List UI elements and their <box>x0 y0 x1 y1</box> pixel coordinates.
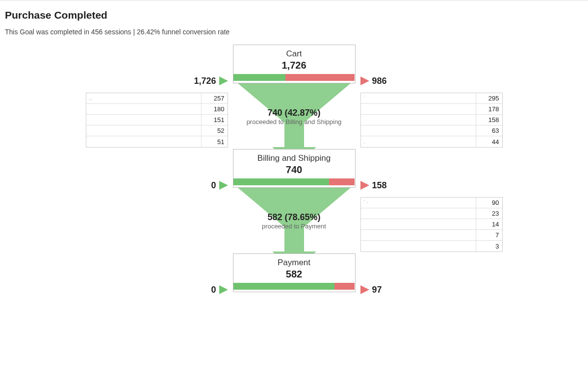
table-row[interactable]: ..257 <box>86 93 228 104</box>
arrow-out-icon <box>360 181 369 190</box>
outflow-value: 986 <box>372 76 387 86</box>
arrow-in-icon <box>219 285 228 294</box>
progress-bar <box>233 74 355 81</box>
funnel-step-cart: 1,726 ..257 180 151 52 51 Cart 1,726 740… <box>5 45 583 149</box>
stage-total: 1,726 <box>233 60 355 71</box>
stage-total: 740 <box>233 164 355 175</box>
outflow-value: 97 <box>372 285 382 295</box>
arrow-out-icon <box>360 76 369 85</box>
stage-total: 582 <box>233 269 355 280</box>
proceed-block: 740 (42.87%) proceeded to Billing and Sh… <box>247 108 342 125</box>
stage-name: Cart <box>233 49 355 59</box>
table-row[interactable]: 180 <box>86 104 228 115</box>
svg-marker-3 <box>219 181 228 190</box>
outflow-table[interactable]: ´295 178 158 63 .44 <box>360 93 503 148</box>
inflow-value: 0 <box>211 180 216 191</box>
svg-marker-7 <box>360 285 369 294</box>
table-row[interactable]: 7 <box>361 230 502 241</box>
stage-box-payment[interactable]: Payment 582 <box>233 253 356 292</box>
stage-name: Billing and Shipping <box>233 153 355 163</box>
svg-marker-5 <box>360 181 369 190</box>
stage-box-billing[interactable]: Billing and Shipping 740 <box>233 149 356 188</box>
table-row[interactable]: 151 <box>86 115 228 125</box>
inflow-table[interactable]: ..257 180 151 52 51 <box>86 93 228 148</box>
svg-marker-0 <box>219 76 228 85</box>
table-row[interactable]: ´295 <box>361 93 502 104</box>
stage-name: Payment <box>233 258 355 268</box>
funnel-step-billing: 0 Billing and Shipping 740 582 (78.65%) … <box>5 149 583 253</box>
table-row[interactable]: 63 <box>361 125 502 136</box>
table-row[interactable]: 51 <box>86 136 228 147</box>
table-row[interactable]: .44 <box>361 136 502 147</box>
page-title: Purchase Completed <box>5 9 583 21</box>
arrow-in-icon <box>219 181 228 190</box>
table-row[interactable]: 14 <box>361 219 502 230</box>
table-row[interactable]: 52 <box>86 125 228 136</box>
arrow-in-icon <box>219 76 228 85</box>
arrow-out-icon <box>360 285 369 294</box>
stage-box-cart[interactable]: Cart 1,726 <box>233 45 356 83</box>
table-row[interactable]: 178 <box>361 104 502 115</box>
outflow-value: 158 <box>372 180 387 191</box>
table-row[interactable]: 3 <box>361 241 502 251</box>
funnel-step-payment: 0 Payment 582 97 <box>5 253 583 297</box>
table-row[interactable]: 158 <box>361 115 502 125</box>
svg-marker-6 <box>219 285 228 294</box>
inflow-value: 0 <box>211 285 216 295</box>
progress-bar <box>233 283 355 290</box>
table-row[interactable]: ´ ·90 <box>361 198 502 208</box>
progress-bar <box>233 178 355 185</box>
svg-marker-2 <box>360 76 369 85</box>
inflow-value: 1,726 <box>194 76 216 86</box>
proceed-block: 582 (78.65%) proceeded to Payment <box>262 212 326 230</box>
table-row[interactable]: 23 <box>361 208 502 219</box>
outflow-table[interactable]: ´ ·90 23 14 7 3 <box>360 197 503 252</box>
page-subtitle: This Goal was completed in 456 sessions … <box>5 28 583 36</box>
